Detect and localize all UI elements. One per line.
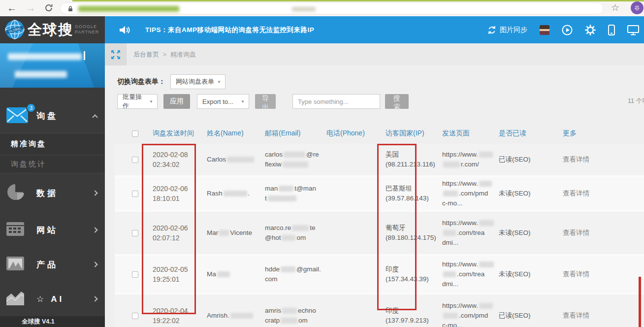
pie-chart-icon	[6, 183, 25, 203]
annotation-mark-right-edge	[639, 277, 641, 327]
search-input[interactable]	[292, 94, 380, 109]
export-select-value: Export to...	[202, 98, 233, 105]
view-details-link[interactable]: 查看详情	[563, 190, 589, 197]
text-fragment: .com/trea	[457, 270, 484, 278]
cell-sent-time: 2020-02-0519:25:01	[149, 264, 203, 284]
browser-forward-icon[interactable]: →	[26, 1, 35, 14]
text-fragment: t	[265, 195, 267, 202]
breadcrumb-current-page: 精准询盘	[170, 50, 196, 59]
sidebar-item-product[interactable]: 产品	[0, 247, 105, 282]
breadcrumb-home-link[interactable]: 后台首页	[133, 50, 159, 59]
mobile-phone-icon[interactable]	[608, 25, 615, 35]
view-details-link[interactable]: 查看详情	[563, 156, 589, 163]
redacted-text	[281, 266, 295, 272]
table-row: 2020-02-0602:07:12MarVicentemarco.rete@h…	[115, 212, 644, 256]
row-checkbox[interactable]	[132, 191, 138, 197]
redacted-text	[292, 225, 309, 231]
gear-icon[interactable]	[585, 25, 596, 35]
image-sync-button[interactable]: 图片同步	[487, 25, 527, 35]
row-checkbox-cell	[115, 313, 149, 319]
view-details-link[interactable]: 查看详情	[563, 229, 589, 236]
cell-country-ip: 印度(137.97.9.213)	[382, 306, 438, 326]
export-format-dropdown[interactable]: Export to... ▼	[197, 94, 249, 109]
table-row: 2020-02-0419:22:02Amrish.amrisechnocratp…	[115, 294, 644, 327]
website-grid-icon	[6, 222, 24, 238]
cell-sent-time: 2020-02-0802:34:02	[149, 150, 203, 169]
column-header[interactable]: 访客国家(IP)	[382, 129, 438, 138]
row-checkbox[interactable]	[132, 157, 138, 163]
text-fragment: .	[248, 190, 250, 197]
chevron-up-icon	[92, 114, 97, 120]
play-circle-icon[interactable]	[562, 25, 573, 35]
sidebar-subitem-inquiry-stats[interactable]: 询盘统计	[0, 155, 105, 173]
row-checkbox-cell	[115, 271, 149, 278]
browser-refresh-icon[interactable]	[44, 3, 53, 14]
cell-more: 查看详情	[559, 311, 644, 321]
form-switch-row: 切换询盘表单： 网站询盘表单 ▼	[117, 74, 225, 89]
desktop-monitor-icon[interactable]	[627, 25, 639, 35]
chevron-right-icon	[92, 296, 97, 301]
banner-text-fragment	[84, 51, 85, 60]
header-checkbox-cell	[115, 131, 149, 137]
redacted-text	[443, 230, 456, 236]
table-row: 2020-02-0618:10:01Rash.mant@mant巴基斯坦(39.…	[115, 177, 644, 212]
main-content: 切换询盘表单： 网站询盘表单 ▼ 批量操作 ▼ 应用 Export to... …	[105, 65, 644, 327]
sidebar-item-website[interactable]: 网站	[0, 213, 105, 247]
breadcrumb: 后台首页 > 精准询盘	[105, 43, 644, 65]
export-button[interactable]: 导出	[255, 94, 276, 109]
cell-more: 查看详情	[559, 189, 644, 198]
cell-sent-page: https://www..com/pmdc-mo...	[438, 301, 495, 327]
tips-banner-text: TIPS：来自AMP移动端网站的询盘将无法监控到来路IP	[145, 26, 314, 34]
bulk-action-dropdown[interactable]: 批量操作 ▼	[117, 94, 158, 109]
actions-row: 批量操作 ▼ 应用 Export to... ▼ 导出 搜索	[117, 94, 409, 109]
redacted-text	[282, 308, 297, 314]
search-button[interactable]: 搜索	[385, 94, 409, 109]
chevron-right-icon	[92, 190, 97, 196]
row-checkbox[interactable]	[132, 271, 138, 278]
redacted-text	[479, 262, 494, 267]
column-header[interactable]: 发送页面	[438, 129, 495, 138]
column-header[interactable]: 更多	[559, 129, 644, 138]
view-details-link[interactable]: 查看详情	[563, 270, 589, 278]
column-header[interactable]: 姓名(Name)	[203, 129, 261, 138]
sidebar-item-inquiry[interactable]: 3 询盘	[0, 98, 105, 133]
expand-fullscreen-icon[interactable]	[105, 43, 127, 65]
redacted-text	[443, 162, 460, 167]
column-header[interactable]: 是否已读	[495, 129, 559, 138]
sidebar-item-label: 网站	[36, 225, 58, 236]
sidebar-item-label: 产品	[36, 259, 58, 270]
row-checkbox-cell	[115, 157, 149, 163]
redacted-company-name	[8, 53, 82, 60]
speaker-icon[interactable]	[119, 25, 130, 35]
text-fragment: @re	[306, 151, 319, 158]
row-checkbox[interactable]	[132, 313, 138, 319]
column-header[interactable]: 电话(Phone)	[322, 129, 382, 138]
bookmark-star-icon[interactable]: ☆	[611, 2, 619, 13]
sidebar-subitem-precise-inquiry[interactable]: 精准询盘	[0, 133, 105, 155]
cell-country-ip: 印度(157.34.43.39)	[382, 264, 438, 284]
redacted-text	[268, 196, 296, 201]
browser-profile-avatar[interactable]: 谷	[631, 1, 644, 14]
browser-back-icon[interactable]: ←	[7, 1, 17, 14]
sidebar-item-ai[interactable]: ☆ AI	[0, 282, 105, 316]
text-fragment: r.com/	[461, 161, 479, 168]
form-select-dropdown[interactable]: 网站询盘表单 ▼	[170, 74, 225, 89]
text-fragment: https://www.	[442, 151, 478, 158]
column-header[interactable]: 询盘发送时间	[149, 129, 203, 138]
browser-toolbar: ← → ☆ 谷	[0, 0, 644, 16]
form-select-value: 网站询盘表单	[176, 77, 214, 86]
select-all-checkbox[interactable]	[132, 131, 138, 137]
user-avatar-icon[interactable]	[540, 25, 549, 35]
redacted-text	[443, 271, 456, 277]
cell-country-ip: 巴基斯坦(39.57.86.143)	[382, 184, 438, 203]
text-fragment: https://www.	[442, 219, 478, 227]
table-row: 2020-02-0802:34:02Carloscarlos@reflexiw美…	[115, 144, 644, 177]
sidebar-item-data[interactable]: 数据	[0, 173, 105, 213]
address-bar[interactable]	[60, 2, 604, 14]
row-checkbox[interactable]	[132, 230, 138, 236]
subitem-label: 精准询盘	[11, 139, 46, 149]
apply-button[interactable]: 应用	[163, 94, 190, 109]
column-header[interactable]: 邮箱(Email)	[261, 129, 322, 138]
cell-country-ip: 美国(98.211.213.116)	[382, 150, 438, 169]
view-details-link[interactable]: 查看详情	[563, 312, 589, 319]
